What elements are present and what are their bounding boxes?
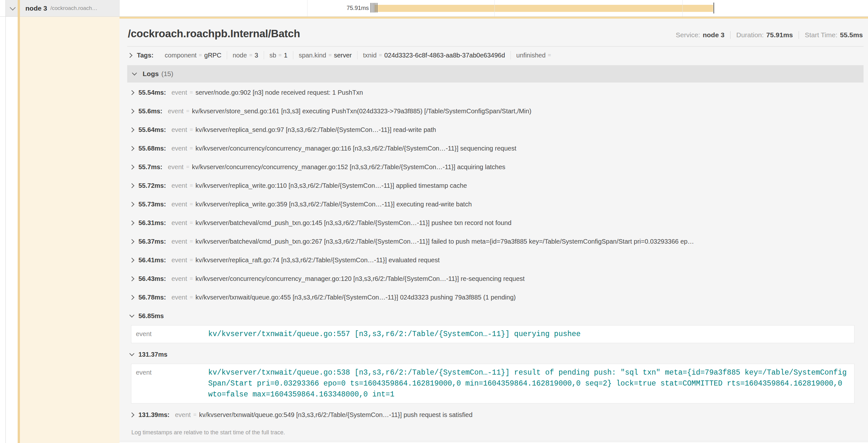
log-row[interactable]: 55.7ms: event = kv/kvserver/concurrency/… xyxy=(127,158,864,176)
tag-equals: = xyxy=(279,52,282,59)
log-message: server/node.go:902 [n3] node received re… xyxy=(196,89,864,96)
logs-accordion-header[interactable]: Logs (15) xyxy=(127,65,864,82)
logs-footer-note: Log timestamps are relative to the start… xyxy=(127,424,864,441)
log-row[interactable]: 56.78ms: event = kv/kvserver/txnwait/que… xyxy=(127,288,864,307)
chevron-right-icon[interactable] xyxy=(129,412,134,417)
chevron-right-icon[interactable] xyxy=(129,276,134,281)
log-equals: = xyxy=(190,219,193,226)
chevron-down-icon[interactable] xyxy=(132,71,137,76)
log-row[interactable]: 55.64ms: event = kv/kvserver/replica_sen… xyxy=(127,121,864,139)
logs-count: (15) xyxy=(161,70,173,78)
span-name-cell[interactable]: node 3 /cockroach.roach… xyxy=(6,0,120,16)
tag-equals: = xyxy=(199,52,202,59)
log-field-key: event xyxy=(175,411,191,419)
log-equals: = xyxy=(190,145,193,151)
log-row[interactable]: 56.31ms: event = kv/kvserver/batcheval/c… xyxy=(127,213,864,232)
log-message: kv/kvserver/concurrency/concurrency_mana… xyxy=(196,145,864,152)
log-kv-table: event kv/kvserver/txnwait/queue.go:557 [… xyxy=(131,325,855,343)
divider xyxy=(264,51,264,59)
log-row-header[interactable]: 131.37ms xyxy=(127,345,864,364)
log-message: kv/kvserver/replica_send.go:97 [n3,s3,r6… xyxy=(196,126,864,134)
log-field-key: event xyxy=(172,219,187,227)
log-field-key: event xyxy=(168,107,184,115)
chevron-right-icon[interactable] xyxy=(129,258,134,263)
tags-accordion[interactable]: Tags: component = gRPC node = 3 sb = 1 s… xyxy=(127,46,864,64)
log-row[interactable]: 55.54ms: event = server/node.go:902 [n3]… xyxy=(127,83,864,102)
chevron-right-icon[interactable] xyxy=(129,146,134,151)
chevron-right-icon[interactable] xyxy=(129,164,134,170)
tag-item: txnid = 024d3323-6c8f-4863-aa8b-37ab0e63… xyxy=(363,52,505,59)
tag-item: span.kind = server xyxy=(299,52,352,59)
log-equals: = xyxy=(186,108,189,114)
service-value: node 3 xyxy=(703,31,724,39)
log-row[interactable]: 131.39ms: event = kv/kvserver/txnwait/qu… xyxy=(127,405,864,424)
log-row[interactable]: 55.72ms: event = kv/kvserver/replica_wri… xyxy=(127,176,864,195)
log-equals: = xyxy=(190,275,193,282)
tag-key: sb xyxy=(270,52,276,59)
log-row[interactable]: 56.41ms: event = kv/kvserver/replica_raf… xyxy=(127,251,864,269)
log-timestamp: 55.68ms: xyxy=(138,145,166,152)
panel-bottom-strip xyxy=(120,441,868,443)
chevron-down-icon[interactable] xyxy=(129,351,134,356)
divider xyxy=(227,51,227,59)
logs-title: Logs xyxy=(143,70,159,78)
log-timestamp: 55.6ms: xyxy=(138,107,162,115)
trace-timeline-view: 75.91ms node 3 /cockroach.roach… /cockro… xyxy=(0,0,868,443)
span-row[interactable]: 75.91ms node 3 /cockroach.roach… xyxy=(0,0,868,17)
log-message: kv/kvserver/concurrency/concurrency_mana… xyxy=(196,275,864,282)
log-timestamp: 56.31ms: xyxy=(138,219,166,227)
timeline-gridline xyxy=(682,0,683,16)
log-message: kv/kvserver/txnwait/queue.go:455 [n3,s3,… xyxy=(196,294,864,301)
selected-row-highlight xyxy=(20,17,120,443)
chevron-right-icon[interactable] xyxy=(129,90,134,95)
log-row[interactable]: 56.37ms: event = kv/kvserver/batcheval/c… xyxy=(127,232,864,251)
detail-meta: Service: node 3 Duration: 75.91ms Start … xyxy=(676,31,863,39)
chevron-right-icon[interactable] xyxy=(129,295,134,300)
span-duration-bar[interactable] xyxy=(375,5,713,12)
log-message: kv/kvserver/batcheval/cmd_push_txn.go:26… xyxy=(196,238,864,245)
duration-value: 75.91ms xyxy=(766,31,793,39)
chevron-right-icon[interactable] xyxy=(129,239,134,244)
divider xyxy=(510,51,511,59)
timeline-gridline xyxy=(494,0,495,16)
chevron-down-icon[interactable] xyxy=(129,313,134,318)
log-field-key: event xyxy=(172,294,187,301)
start-time-value: 55.5ms xyxy=(840,31,863,39)
log-message: kv/kvserver/replica_write.go:110 [n3,s3,… xyxy=(196,182,864,190)
tag-value: 3 xyxy=(255,52,258,59)
log-row-header[interactable]: 56.85ms xyxy=(127,307,864,325)
log-marker-tick xyxy=(374,3,375,12)
chevron-right-icon[interactable] xyxy=(127,53,133,58)
log-row[interactable]: 55.68ms: event = kv/kvserver/concurrency… xyxy=(127,139,864,158)
log-timestamp: 55.54ms: xyxy=(138,89,166,96)
tag-key: node xyxy=(232,52,247,59)
tag-equals: = xyxy=(548,52,551,59)
chevron-right-icon[interactable] xyxy=(129,108,134,114)
log-field-key: event xyxy=(172,89,187,96)
log-kv-value: kv/kvserver/txnwait/queue.go:538 [n3,s3,… xyxy=(208,367,850,400)
log-equals: = xyxy=(190,89,193,96)
log-message: kv/kvserver/replica_raft.go:74 [n3,s3,r6… xyxy=(196,257,864,264)
span-duration-label: 75.91ms xyxy=(330,0,369,16)
log-row[interactable]: 55.73ms: event = kv/kvserver/replica_wri… xyxy=(127,195,864,213)
tag-value: 1 xyxy=(284,52,287,59)
chevron-right-icon[interactable] xyxy=(129,220,134,225)
log-row[interactable]: 56.43ms: event = kv/kvserver/concurrency… xyxy=(127,269,864,288)
log-field-key: event xyxy=(172,182,187,190)
log-field-key: event xyxy=(172,257,187,264)
tag-item: sb = 1 xyxy=(270,52,287,59)
log-marker-tick xyxy=(370,3,371,12)
divider xyxy=(730,31,731,39)
tag-list: component = gRPC node = 3 sb = 1 span.ki… xyxy=(165,51,553,59)
log-row[interactable]: 55.6ms: event = kv/kvserver/store_send.g… xyxy=(127,102,864,121)
chevron-right-icon[interactable] xyxy=(129,202,134,207)
span-detail-panel: /cockroach.roachpb.Internal/Batch Servic… xyxy=(120,17,868,443)
log-timestamp: 55.7ms: xyxy=(138,163,162,171)
column-divider[interactable] xyxy=(5,0,6,443)
tag-key: component xyxy=(165,52,196,59)
log-equals: = xyxy=(190,127,193,133)
chevron-right-icon[interactable] xyxy=(129,127,134,132)
chevron-right-icon[interactable] xyxy=(129,183,134,188)
span-service-name: node 3 xyxy=(25,4,47,12)
chevron-down-icon[interactable] xyxy=(10,4,16,10)
